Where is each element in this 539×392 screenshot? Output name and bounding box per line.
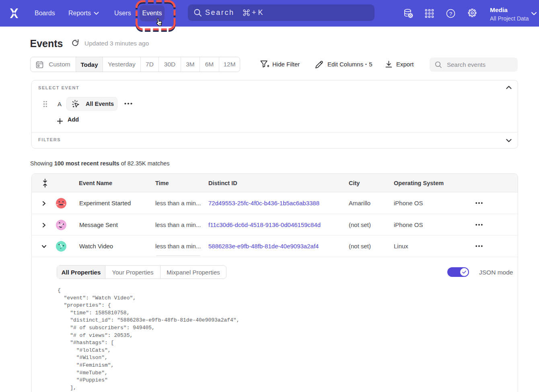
svg-text:?: ? bbox=[449, 11, 452, 17]
